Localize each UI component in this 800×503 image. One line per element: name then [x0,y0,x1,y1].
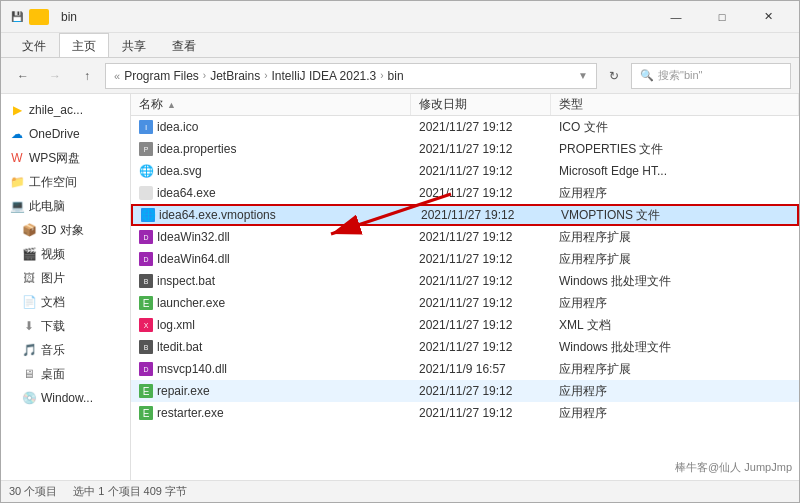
file-type: Windows 批处理文件 [551,339,799,356]
minimize-button[interactable]: — [653,1,699,33]
sidebar-item-wps[interactable]: W WPS网盘 [1,146,130,170]
sidebar-item-desktop[interactable]: 🖥 桌面 [1,362,130,386]
sidebar-item-label: 工作空间 [29,174,77,191]
file-row[interactable]: D IdeaWin32.dll 2021/11/27 19:12 应用程序扩展 [131,226,799,248]
file-row-highlighted[interactable]: 🌐 idea64.exe.vmoptions 2021/11/27 19:12 … [131,204,799,226]
sidebar-item-windows[interactable]: 💿 Window... [1,386,130,410]
file-type: 应用程序 [551,405,799,422]
sidebar-item-workspace[interactable]: 📁 工作空间 [1,170,130,194]
file-row[interactable]: E launcher.exe 2021/11/27 19:12 应用程序 [131,292,799,314]
refresh-button[interactable]: ↻ [601,63,627,89]
sidebar-item-onedrive[interactable]: ☁ OneDrive [1,122,130,146]
sidebar-item-video[interactable]: 🎬 视频 [1,242,130,266]
search-placeholder: 搜索"bin" [658,68,703,83]
ico-file-icon: I [139,120,153,134]
status-bar: 30 个项目 选中 1 个项目 409 字节 [1,480,799,502]
file-name: E restarter.exe [131,406,411,420]
file-row[interactable]: idea64.exe 2021/11/27 19:12 应用程序 [131,182,799,204]
svg-file-icon: 🌐 [139,164,153,178]
file-row[interactable]: E restarter.exe 2021/11/27 19:12 应用程序 [131,402,799,424]
file-type: 应用程序 [551,185,799,202]
download-icon: ⬇ [21,318,37,334]
music-icon: 🎵 [21,342,37,358]
file-type: Windows 批处理文件 [551,273,799,290]
sidebar-item-label: 视频 [41,246,65,263]
file-name: D IdeaWin32.dll [131,230,411,244]
file-type: 应用程序扩展 [551,229,799,246]
file-date: 2021/11/27 19:12 [411,340,551,354]
file-type: 应用程序扩展 [551,361,799,378]
file-type: Microsoft Edge HT... [551,164,799,178]
file-row[interactable]: D msvcp140.dll 2021/11/9 16:57 应用程序扩展 [131,358,799,380]
file-row[interactable]: I idea.ico 2021/11/27 19:12 ICO 文件 [131,116,799,138]
file-date: 2021/11/27 19:12 [411,296,551,310]
file-date: 2021/11/27 19:12 [411,164,551,178]
back-button[interactable]: ← [9,62,37,90]
file-row[interactable]: B inspect.bat 2021/11/27 19:12 Windows 批… [131,270,799,292]
tab-file[interactable]: 文件 [9,33,59,57]
sidebar-item-3d[interactable]: 📦 3D 对象 [1,218,130,242]
desktop-icon: 🖥 [21,366,37,382]
sidebar-item-docs[interactable]: 📄 文档 [1,290,130,314]
dll-file-icon: D [139,362,153,376]
sidebar-item-computer[interactable]: 💻 此电脑 [1,194,130,218]
close-button[interactable]: ✕ [745,1,791,33]
file-row[interactable]: B ltedit.bat 2021/11/27 19:12 Windows 批处… [131,336,799,358]
file-date: 2021/11/27 19:12 [411,274,551,288]
file-date: 2021/11/27 19:12 [411,230,551,244]
file-name: 🌐 idea.svg [131,164,411,178]
sidebar-item-zhile[interactable]: ▶ zhile_ac... [1,98,130,122]
save-icon: 💾 [9,9,25,25]
address-arrow-2: › [264,70,267,81]
tab-home[interactable]: 主页 [59,33,109,57]
file-date: 2021/11/27 19:12 [411,120,551,134]
sidebar-item-label: 桌面 [41,366,65,383]
file-type: ICO 文件 [551,119,799,136]
file-row[interactable]: D IdeaWin64.dll 2021/11/27 19:12 应用程序扩展 [131,248,799,270]
col-header-date[interactable]: 修改日期 [411,94,551,115]
exe-file-icon: E [139,384,153,398]
3d-icon: 📦 [21,222,37,238]
tab-share[interactable]: 共享 [109,33,159,57]
file-row[interactable]: E repair.exe 2021/11/27 19:12 应用程序 [131,380,799,402]
sidebar-item-label: 3D 对象 [41,222,84,239]
file-row[interactable]: X log.xml 2021/11/27 19:12 XML 文档 [131,314,799,336]
forward-button[interactable]: → [41,62,69,90]
sidebar-item-music[interactable]: 🎵 音乐 [1,338,130,362]
dll-file-icon: D [139,252,153,266]
file-row[interactable]: P idea.properties 2021/11/27 19:12 PROPE… [131,138,799,160]
tab-view[interactable]: 查看 [159,33,209,57]
file-row[interactable]: 🌐 idea.svg 2021/11/27 19:12 Microsoft Ed… [131,160,799,182]
window-controls: — □ ✕ [653,1,791,33]
file-type: 应用程序 [551,383,799,400]
vmoptions-file-icon: 🌐 [141,208,155,222]
col-header-type[interactable]: 类型 [551,94,799,115]
sidebar-item-downloads[interactable]: ⬇ 下载 [1,314,130,338]
bat-file-icon: B [139,340,153,354]
title-bar-icons: 💾 [9,9,53,25]
exe-file-icon: E [139,296,153,310]
search-box[interactable]: 🔍 搜索"bin" [631,63,791,89]
sidebar-item-label: 文档 [41,294,65,311]
dropdown-arrow-icon: ▼ [578,70,588,81]
sidebar-item-label: zhile_ac... [29,103,83,117]
sidebar-item-pictures[interactable]: 🖼 图片 [1,266,130,290]
prop-file-icon: P [139,142,153,156]
bat-file-icon: B [139,274,153,288]
address-segment-2: JetBrains [210,69,260,83]
address-box[interactable]: « Program Files › JetBrains › IntelliJ I… [105,63,597,89]
sidebar-item-label: 音乐 [41,342,65,359]
sidebar-item-label: WPS网盘 [29,150,80,167]
file-name: D IdeaWin64.dll [131,252,411,266]
ribbon: 文件 主页 共享 查看 [1,33,799,58]
disk-icon: 💿 [21,390,37,406]
window-title: bin [61,10,653,24]
address-segment-1: Program Files [124,69,199,83]
maximize-button[interactable]: □ [699,1,745,33]
file-date: 2021/11/27 19:12 [411,252,551,266]
up-button[interactable]: ↑ [73,62,101,90]
col-header-name[interactable]: 名称 ▲ [131,94,411,115]
file-date: 2021/11/27 19:12 [411,318,551,332]
sidebar-item-label: 下载 [41,318,65,335]
status-total: 30 个项目 [9,484,57,499]
